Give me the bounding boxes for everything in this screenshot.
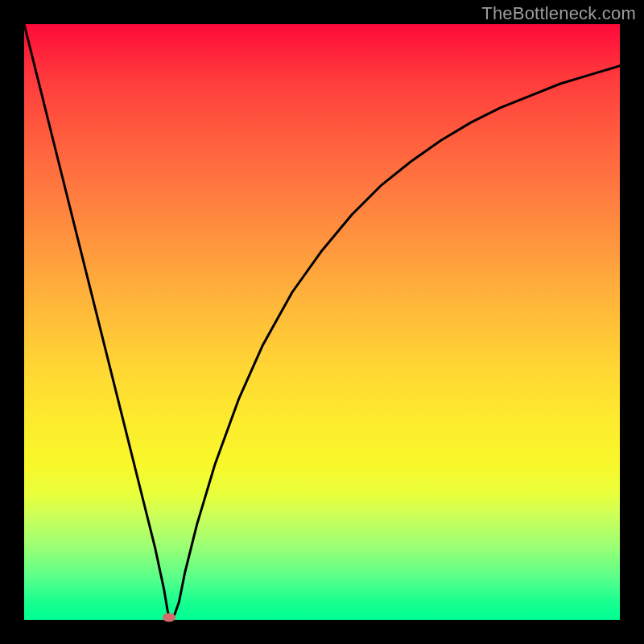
optimal-point-marker bbox=[163, 613, 175, 622]
plot-area bbox=[24, 24, 620, 620]
chart-frame: TheBottleneck.com bbox=[0, 0, 644, 644]
bottleneck-curve bbox=[24, 24, 620, 618]
watermark-text: TheBottleneck.com bbox=[481, 3, 636, 24]
curve-svg bbox=[24, 24, 620, 620]
